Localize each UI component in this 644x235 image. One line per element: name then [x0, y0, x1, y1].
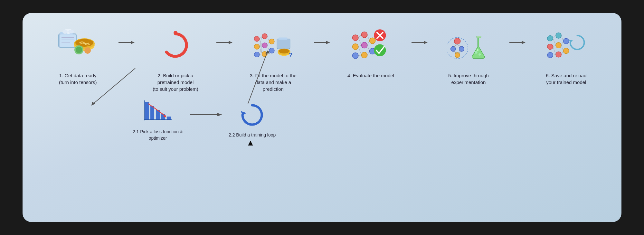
substep-2-2-icon: [236, 100, 268, 129]
svg-marker-103: [569, 40, 573, 42]
step-6-label: 6. Save and reloadyour trained model: [546, 72, 586, 86]
cursor-pointer: ▲: [246, 138, 255, 148]
substep-2-1-label: 2.1 Pick a loss function & optimizer: [126, 129, 190, 141]
step-2: 2. Build or pick apretrained model(to su…: [136, 26, 214, 92]
svg-line-37: [267, 42, 269, 45]
svg-point-50: [352, 53, 358, 59]
svg-line-59: [358, 47, 361, 55]
svg-point-72: [451, 46, 456, 52]
svg-line-62: [367, 41, 369, 45]
svg-line-99: [562, 35, 564, 41]
svg-rect-107: [150, 106, 154, 120]
svg-line-101: [562, 45, 564, 51]
svg-line-57: [358, 38, 361, 45]
svg-line-100: [562, 41, 564, 45]
substep-2-2: 2.2 Build a training loop: [229, 100, 276, 138]
svg-line-60: [358, 55, 361, 56]
step-5: 5. Improve throughexperimentation: [429, 26, 507, 86]
svg-line-61: [367, 35, 369, 41]
svg-marker-85: [522, 41, 526, 44]
svg-point-53: [361, 52, 367, 58]
svg-rect-40: [277, 39, 290, 49]
svg-point-86: [547, 35, 553, 41]
substep-2-1-icon: [142, 97, 174, 126]
svg-point-21: [254, 44, 260, 49]
svg-line-38: [267, 45, 269, 51]
svg-point-23: [262, 33, 267, 39]
svg-point-81: [475, 51, 478, 54]
svg-point-52: [361, 42, 367, 48]
svg-line-29: [260, 39, 262, 45]
svg-rect-41: [279, 38, 288, 40]
svg-line-78: [458, 51, 461, 53]
svg-point-54: [369, 38, 375, 44]
svg-point-92: [564, 38, 569, 44]
svg-point-73: [459, 46, 464, 52]
svg-point-8: [68, 30, 74, 33]
svg-point-25: [262, 52, 267, 57]
svg-point-22: [254, 52, 260, 57]
svg-marker-115: [217, 113, 222, 116]
arrow-3-4: [312, 26, 332, 46]
arrow-4-5: [410, 26, 429, 46]
svg-point-88: [547, 52, 553, 58]
step-4-label: 4. Evaluate the model: [347, 72, 394, 79]
step-6: 6. Save and reloadyour trained model: [527, 26, 605, 86]
svg-line-94: [553, 35, 556, 38]
svg-line-102: [562, 51, 564, 54]
svg-point-44: [279, 49, 289, 54]
svg-point-91: [556, 52, 561, 57]
svg-marker-19: [229, 41, 232, 44]
svg-point-27: [269, 48, 274, 53]
svg-point-83: [477, 49, 478, 51]
svg-point-74: [455, 52, 460, 58]
step-5-label: 5. Improve throughexperimentation: [448, 72, 489, 86]
svg-line-97: [553, 47, 556, 54]
svg-marker-16: [131, 41, 135, 44]
svg-point-17: [174, 31, 177, 35]
step-1-label: 1. Get data ready(turn into tensors): [59, 72, 97, 86]
svg-point-48: [352, 35, 358, 41]
step-2-icon: [155, 26, 196, 68]
svg-point-14: [84, 47, 91, 54]
step-3: ? 3. Fit the model to thedata and make a…: [234, 26, 312, 92]
svg-line-64: [367, 51, 369, 55]
bottom-row: 2.1 Pick a loss function & optimizer: [35, 97, 609, 141]
step-3-icon: ?: [252, 26, 294, 68]
step-2-label: 2. Build or pick apretrained model(to su…: [153, 72, 198, 92]
svg-line-63: [367, 45, 369, 51]
svg-marker-105: [91, 102, 95, 106]
svg-text:?: ?: [289, 52, 293, 59]
bottom-arrow-21-22: [190, 111, 229, 118]
step-1: 1. Get data ready(turn into tensors): [39, 26, 117, 86]
substep-2-1: 2.1 Pick a loss function & optimizer: [126, 97, 190, 141]
step-3-label: 3. Fit the model to thedata and make apr…: [250, 72, 297, 92]
step-5-icon: [448, 26, 489, 68]
svg-point-89: [556, 33, 561, 38]
substep-2-2-container: 2.2 Build a training loop ▲: [229, 100, 276, 138]
svg-point-51: [361, 32, 367, 38]
svg-rect-110: [167, 117, 171, 120]
svg-line-35: [260, 54, 262, 55]
svg-line-58: [358, 45, 361, 47]
svg-line-36: [267, 36, 269, 42]
svg-point-90: [556, 42, 561, 48]
step-6-icon: [545, 26, 587, 68]
svg-line-39: [267, 51, 269, 54]
svg-marker-47: [326, 41, 330, 44]
svg-point-7: [62, 30, 68, 34]
svg-line-75: [454, 44, 457, 47]
svg-point-82: [478, 53, 481, 56]
substep-2-2-label: 2.2 Build a training loop: [229, 132, 276, 138]
svg-point-49: [352, 44, 358, 50]
top-row: 1. Get data ready(turn into tensors) 2. …: [35, 26, 609, 92]
svg-line-76: [457, 44, 461, 47]
step-4: 4. Evaluate the model: [332, 26, 410, 79]
svg-point-20: [254, 36, 260, 42]
svg-point-13: [76, 47, 82, 53]
svg-rect-80: [477, 36, 481, 38]
step-1-icon: [57, 26, 99, 68]
svg-point-26: [269, 39, 274, 44]
svg-line-98: [553, 54, 556, 55]
svg-point-87: [547, 44, 553, 49]
